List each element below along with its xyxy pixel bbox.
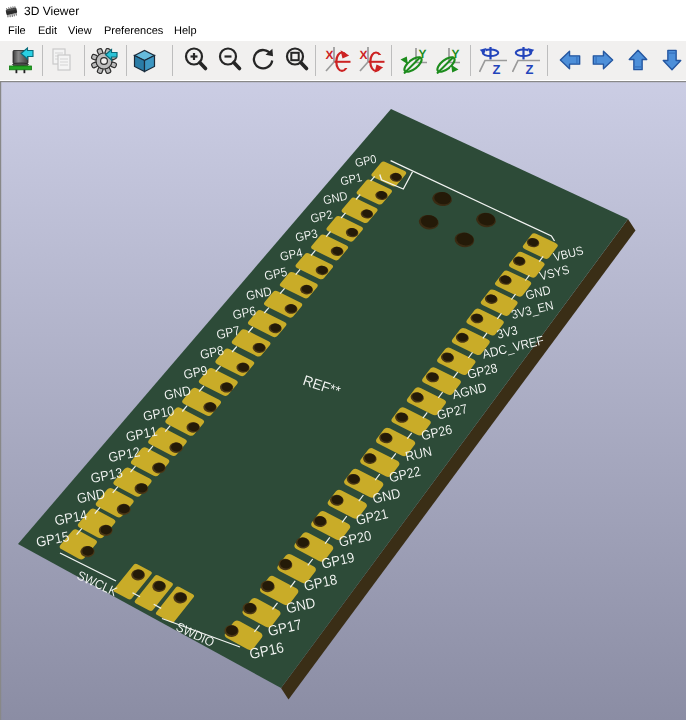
svg-text:X: X [326, 48, 334, 62]
svg-text:X: X [360, 48, 368, 62]
svg-text:Z: Z [526, 62, 534, 75]
svg-text:Z: Z [493, 62, 501, 75]
